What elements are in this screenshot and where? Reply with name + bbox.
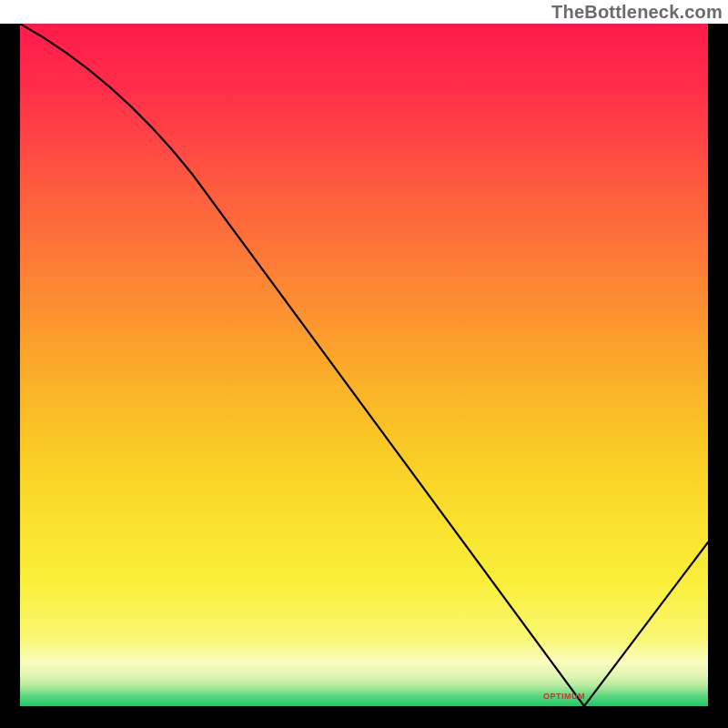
chart-svg — [20, 24, 708, 706]
plot-area: OPTIMUM — [20, 24, 708, 706]
attribution-text: TheBottleneck.com — [551, 2, 723, 23]
optimum-marker-label: OPTIMUM — [543, 692, 585, 701]
chart-outer-border: OPTIMUM — [0, 24, 728, 728]
chart-frame: TheBottleneck.com OPTIMUM — [0, 0, 728, 728]
gradient-background — [20, 24, 708, 706]
